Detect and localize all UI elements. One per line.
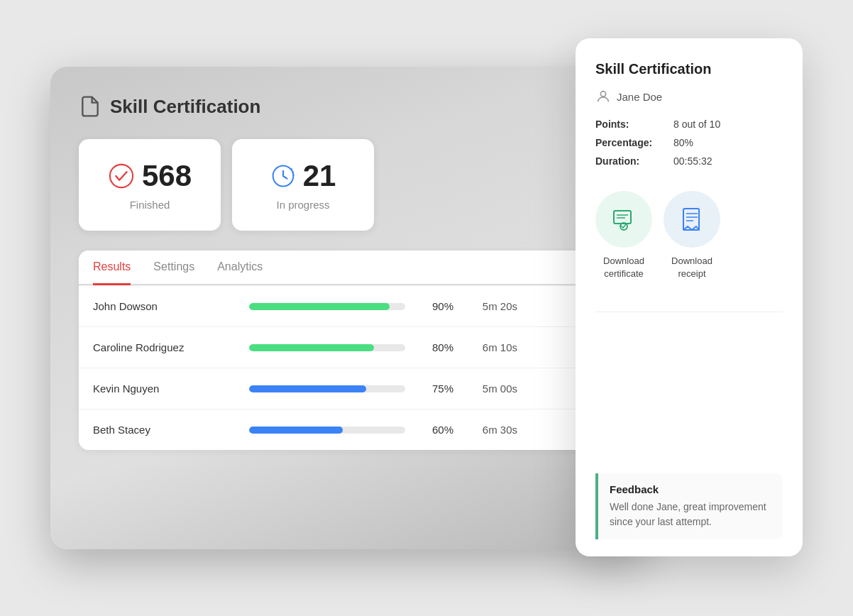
finished-number: 568 xyxy=(142,159,192,193)
certificate-label: Downloadcertificate xyxy=(603,255,644,280)
inprogress-stat-card: 21 In progress xyxy=(232,139,374,231)
main-card: Skill Certification 568 Finished xyxy=(50,67,646,549)
finished-stat-card: 568 Finished xyxy=(79,139,221,231)
clock-icon xyxy=(270,163,296,189)
feedback-section: Feedback Well done Jane, great improveme… xyxy=(595,473,783,539)
result-time: 5m 20s xyxy=(468,300,517,312)
stat-cards: 568 Finished 21 In progress xyxy=(79,139,618,231)
progress-bar-fill xyxy=(249,427,343,434)
certificate-icon xyxy=(610,205,638,233)
receipt-label: Downloadreceipt xyxy=(671,255,712,280)
stat-value-points: 8 out of 10 xyxy=(673,119,720,130)
detail-stat-row: Points: 8 out of 10 xyxy=(595,119,783,130)
svg-point-2 xyxy=(600,92,605,97)
progress-bar-container xyxy=(249,385,405,392)
result-name: Kevin Nguyen xyxy=(93,383,235,395)
progress-bar-fill xyxy=(249,303,390,310)
tab-settings[interactable]: Settings xyxy=(153,251,194,285)
download-receipt-button[interactable]: Downloadreceipt xyxy=(664,191,720,280)
feedback-title: Feedback xyxy=(610,483,771,495)
detail-title: Skill Certification xyxy=(595,61,783,77)
receipt-icon-bg xyxy=(664,191,720,248)
stat-value-duration: 00:55:32 xyxy=(673,155,712,167)
divider xyxy=(595,312,783,312)
result-name: John Dowson xyxy=(93,300,235,312)
tabs: Results Settings Analytics xyxy=(79,251,618,285)
receipt-icon xyxy=(678,205,706,233)
result-time: 6m 30s xyxy=(468,424,517,436)
table-row: Kevin Nguyen 75% 5m 00s xyxy=(79,368,618,409)
document-icon xyxy=(79,95,101,118)
stat-label-percentage: Percentage: xyxy=(595,137,673,148)
inprogress-label: In progress xyxy=(276,199,329,211)
finished-label: Finished xyxy=(130,199,170,211)
detail-stat-row: Duration: 00:55:32 xyxy=(595,155,783,167)
detail-user-name: Jane Doe xyxy=(617,91,662,103)
page-title: Skill Certification xyxy=(110,96,260,118)
stat-label-points: Points: xyxy=(595,119,673,130)
certificate-icon-bg xyxy=(595,191,652,248)
stat-label-duration: Duration: xyxy=(595,155,673,167)
detail-stats: Points: 8 out of 10 Percentage: 80% Dura… xyxy=(595,119,783,174)
table-row: Beth Stacey 60% 6m 30s xyxy=(79,409,618,450)
result-percent: 90% xyxy=(419,300,453,312)
progress-bar-container xyxy=(249,344,405,351)
feedback-text: Well done Jane, great improvement since … xyxy=(610,500,771,529)
progress-bar-container xyxy=(249,303,405,310)
detail-user: Jane Doe xyxy=(595,89,783,104)
check-circle-icon xyxy=(108,163,135,189)
stat-value-percentage: 80% xyxy=(673,137,693,148)
tab-results[interactable]: Results xyxy=(93,251,131,285)
table-row: Caroline Rodriguez 80% 6m 10s xyxy=(79,326,618,368)
detail-card: Skill Certification Jane Doe Points: 8 o… xyxy=(576,38,803,556)
download-certificate-button[interactable]: Downloadcertificate xyxy=(595,191,652,280)
page-header: Skill Certification xyxy=(79,95,618,118)
user-icon xyxy=(595,89,611,104)
progress-bar-container xyxy=(249,427,405,434)
result-percent: 75% xyxy=(419,383,453,395)
result-percent: 80% xyxy=(419,341,453,353)
tab-analytics[interactable]: Analytics xyxy=(217,251,263,285)
progress-bar-fill xyxy=(249,344,374,351)
result-percent: 60% xyxy=(419,424,453,436)
table-row: John Dowson 90% 5m 20s xyxy=(79,285,618,326)
result-time: 6m 10s xyxy=(468,341,517,353)
progress-bar-fill xyxy=(249,385,366,392)
detail-stat-row: Percentage: 80% xyxy=(595,137,783,148)
svg-point-0 xyxy=(110,165,133,187)
svg-rect-3 xyxy=(614,211,631,224)
inprogress-number: 21 xyxy=(303,159,336,193)
result-name: Beth Stacey xyxy=(93,424,235,436)
results-table: John Dowson 90% 5m 20s Caroline Rodrigue… xyxy=(79,285,618,450)
result-name: Caroline Rodriguez xyxy=(93,341,235,353)
action-buttons: Downloadcertificate Downloadreceipt xyxy=(595,191,783,280)
result-time: 5m 00s xyxy=(468,383,517,395)
